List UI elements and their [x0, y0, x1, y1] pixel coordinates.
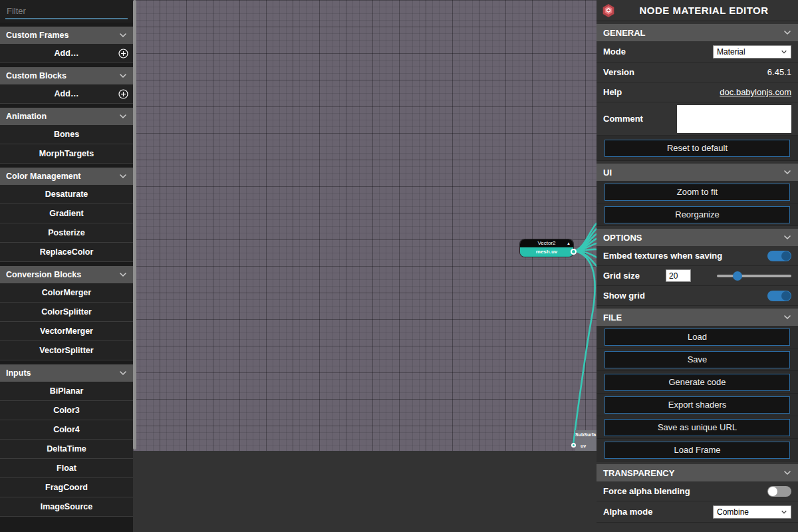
- zoom-to-fit-row: Zoom to fit: [597, 181, 798, 203]
- section-transparency[interactable]: TRANSPARENCY: [597, 464, 798, 481]
- grid-size-input[interactable]: [666, 269, 691, 282]
- sidebar-section-custom-frames[interactable]: Custom Frames: [0, 27, 133, 44]
- embed-textures-toggle[interactable]: [767, 251, 791, 261]
- toggle-knob: [768, 487, 777, 496]
- alpha-mode-label: Alpha mode: [603, 507, 652, 517]
- sidebar-item-morphtargets[interactable]: MorphTargets: [0, 144, 133, 164]
- zoom-to-fit-button[interactable]: Zoom to fit: [604, 184, 790, 201]
- sidebar-section-custom-blocks[interactable]: Custom Blocks: [0, 67, 133, 84]
- reorganize-row: Reorganize: [597, 203, 798, 226]
- select-chevron-icon: [781, 509, 787, 515]
- item-label: ReplaceColor: [40, 247, 94, 257]
- node-name-body[interactable]: mesh.uv: [520, 247, 573, 257]
- section-file[interactable]: FILE: [597, 309, 798, 326]
- mode-select[interactable]: Material: [713, 45, 791, 59]
- chevron-down-icon: [119, 72, 127, 80]
- subsurface-node-title: SubSurfa: [575, 430, 597, 437]
- load-frame-button[interactable]: Load Frame: [604, 442, 790, 459]
- section-general[interactable]: GENERAL: [597, 24, 798, 41]
- reset-to-default-button[interactable]: Reset to default: [604, 140, 790, 157]
- sidebar-item-desaturate[interactable]: Desaturate: [0, 185, 133, 204]
- export-shaders-row: Export shaders: [597, 394, 798, 416]
- subsurface-node-partial[interactable]: SubSurfa uv: [575, 430, 597, 452]
- generate-code-button[interactable]: Generate code: [604, 374, 790, 391]
- save-button[interactable]: Save: [604, 351, 790, 368]
- sidebar-item-float[interactable]: Float: [0, 459, 133, 478]
- sidebar-scrollbar[interactable]: [133, 0, 136, 450]
- item-label: DeltaTime: [47, 444, 86, 454]
- item-label: Desaturate: [45, 190, 88, 199]
- sidebar-item-color3[interactable]: Color3: [0, 401, 133, 420]
- section-title: Inputs: [6, 368, 31, 378]
- item-label: BiPlanar: [50, 386, 84, 396]
- slider-thumb[interactable]: [733, 271, 742, 281]
- chevron-down-icon: [119, 172, 127, 180]
- node-collapse-icon[interactable]: ▲: [567, 239, 571, 247]
- item-label: ColorMerger: [42, 288, 91, 297]
- section-ui[interactable]: UI: [597, 164, 798, 181]
- section-title: Custom Frames: [6, 31, 68, 40]
- sidebar-item-replacecolor[interactable]: ReplaceColor: [0, 243, 133, 262]
- comment-input[interactable]: [677, 105, 791, 133]
- sidebar-item-bones[interactable]: Bones: [0, 125, 133, 144]
- load-button[interactable]: Load: [604, 329, 790, 346]
- chevron-down-icon: [119, 369, 127, 377]
- help-link[interactable]: doc.babylonjs.com: [720, 87, 791, 97]
- grid-size-slider[interactable]: [717, 271, 791, 281]
- sidebar-section-inputs[interactable]: Inputs: [0, 364, 133, 382]
- sidebar-item-fragcoord[interactable]: FragCoord: [0, 478, 133, 497]
- section-options[interactable]: OPTIONS: [597, 229, 798, 246]
- plus-circle-icon[interactable]: [118, 89, 128, 99]
- uv-input-port[interactable]: [571, 443, 576, 448]
- item-label: FragCoord: [45, 483, 88, 492]
- node-type-header[interactable]: Vector2 ▲: [520, 239, 573, 247]
- force-alpha-label: Force alpha blending: [603, 486, 690, 496]
- alpha-mode-select[interactable]: Combine: [713, 505, 791, 519]
- item-label: Gradient: [49, 209, 83, 218]
- sidebar-item-posterize[interactable]: Posterize: [0, 223, 133, 243]
- version-row: Version 6.45.1: [597, 63, 798, 82]
- graph-canvas[interactable]: Vector2 ▲ mesh.uv SubSurfa uv: [133, 0, 597, 532]
- save-unique-url-row: Save as unique URL: [597, 416, 798, 439]
- help-row: Help doc.babylonjs.com: [597, 82, 798, 102]
- force-alpha-toggle[interactable]: [767, 486, 791, 497]
- item-label: Color3: [53, 406, 80, 415]
- node-output-port[interactable]: [571, 249, 577, 255]
- sidebar-item-add-frame[interactable]: Add…: [0, 44, 133, 63]
- sidebar-item-vectorsplitter[interactable]: VectorSplitter: [0, 341, 133, 360]
- plus-circle-icon[interactable]: [118, 49, 128, 59]
- sidebar-item-biplanar[interactable]: BiPlanar: [0, 382, 133, 401]
- node-material-editor-app: Custom Frames Add… Custom Blocks Add… An…: [0, 0, 798, 532]
- sidebar-item-add-block[interactable]: Add…: [0, 84, 133, 104]
- filter-input[interactable]: [5, 4, 128, 19]
- babylonjs-logo-icon: [602, 3, 615, 18]
- sidebar-item-gradient[interactable]: Gradient: [0, 204, 133, 223]
- sidebar-section-animation[interactable]: Animation: [0, 108, 133, 125]
- mesh-uv-node[interactable]: Vector2 ▲ mesh.uv: [520, 239, 573, 257]
- chevron-down-icon: [783, 313, 791, 321]
- load-frame-row: Load Frame: [597, 439, 798, 462]
- sidebar-item-colormerger[interactable]: ColorMerger: [0, 283, 133, 303]
- reorganize-button[interactable]: Reorganize: [604, 206, 790, 223]
- section-title: TRANSPARENCY: [603, 468, 674, 478]
- embed-textures-label: Embed textures when saving: [603, 251, 722, 261]
- sidebar-item-vectormerger[interactable]: VectorMerger: [0, 322, 133, 341]
- sidebar-item-imagesource[interactable]: ImageSource: [0, 497, 133, 517]
- sidebar-section-color-management[interactable]: Color Management: [0, 168, 133, 185]
- grid-size-row: Grid size: [597, 266, 798, 286]
- node-name-label: mesh.uv: [536, 249, 557, 255]
- section-title: UI: [603, 168, 612, 178]
- item-label: ColorSplitter: [41, 307, 92, 317]
- sidebar-section-conversion-blocks[interactable]: Conversion Blocks: [0, 266, 133, 283]
- show-grid-toggle[interactable]: [767, 291, 791, 301]
- export-shaders-button[interactable]: Export shaders: [604, 396, 790, 414]
- sidebar-item-colorsplitter[interactable]: ColorSplitter: [0, 303, 133, 322]
- chevron-down-icon: [783, 29, 791, 37]
- reset-row: Reset to default: [597, 136, 798, 161]
- select-chevron-icon: [781, 49, 787, 55]
- save-as-unique-url-button[interactable]: Save as unique URL: [604, 419, 790, 436]
- sidebar-item-color4[interactable]: Color4: [0, 420, 133, 440]
- graph-grid[interactable]: [133, 0, 597, 451]
- sidebar-item-deltatime[interactable]: DeltaTime: [0, 440, 133, 459]
- generate-code-row: Generate code: [597, 371, 798, 394]
